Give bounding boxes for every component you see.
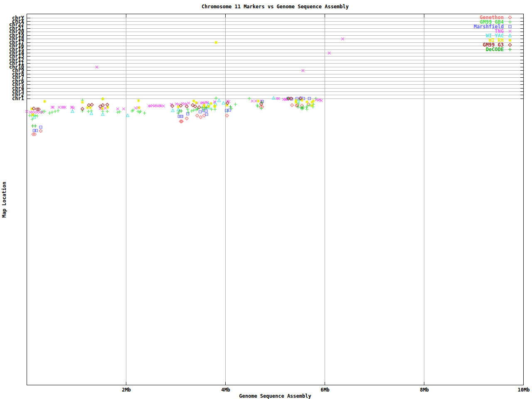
gnuplot-chart-page: Chromosome 11 Markers vs Genome Sequence… — [0, 0, 532, 399]
x-tick-label-6Mb: 6Mb — [308, 387, 342, 392]
series-wi-rh — [30, 41, 315, 116]
chart-canvas — [0, 0, 532, 399]
x-tick-label-8Mb: 8Mb — [408, 387, 441, 392]
y-tick-label-chr1: chr1 — [0, 96, 24, 101]
plot-border — [27, 14, 524, 385]
legend-marker-decode — [508, 48, 512, 51]
series-marshfield — [33, 97, 310, 132]
legend-marker-wi-rh — [508, 39, 512, 42]
legend-item-decode: DeCODE — [433, 47, 504, 52]
legend-marker-genethon — [508, 16, 512, 19]
x-tick-label-2Mb: 2Mb — [110, 387, 143, 392]
x-tick-label-10Mb: 10Mb — [507, 387, 532, 392]
x-tick-label-4Mb: 4Mb — [209, 387, 242, 392]
legend-marker-gm99-gb4 — [508, 20, 512, 24]
legend-marker-marshfield — [509, 25, 511, 28]
